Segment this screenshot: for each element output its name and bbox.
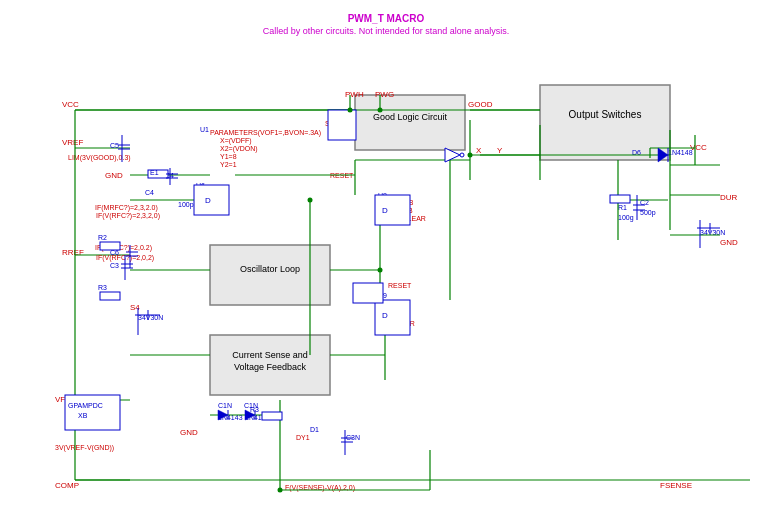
svg-text:Good Logic Circuit: Good Logic Circuit xyxy=(373,112,448,122)
svg-text:C1N: C1N xyxy=(218,402,232,409)
svg-text:PWM_T MACRO: PWM_T MACRO xyxy=(348,13,425,24)
svg-text:RESET: RESET xyxy=(388,282,412,289)
svg-text:GOOD: GOOD xyxy=(468,100,493,109)
svg-rect-172 xyxy=(100,292,120,300)
svg-rect-131 xyxy=(375,195,410,225)
svg-point-164 xyxy=(378,268,383,273)
svg-text:X: X xyxy=(476,146,482,155)
svg-text:VREF: VREF xyxy=(62,138,83,147)
svg-rect-123 xyxy=(610,195,630,203)
svg-text:Y1=8: Y1=8 xyxy=(220,153,237,160)
svg-text:C4: C4 xyxy=(145,189,154,196)
svg-text:PWH: PWH xyxy=(345,90,364,99)
svg-point-128 xyxy=(460,153,464,157)
svg-text:VCC: VCC xyxy=(62,100,79,109)
svg-text:Output Switches: Output Switches xyxy=(569,109,642,120)
svg-text:PARAMETERS(VOF1=,BVON=.3A): PARAMETERS(VOF1=,BVON=.3A) xyxy=(210,129,321,137)
svg-text:S4: S4 xyxy=(130,303,140,312)
svg-text:DUR: DUR xyxy=(720,193,738,202)
svg-text:Voltage Feedback: Voltage Feedback xyxy=(234,362,307,372)
svg-text:X=(VDFF): X=(VDFF) xyxy=(220,137,252,145)
svg-text:R2: R2 xyxy=(98,234,107,241)
svg-text:D: D xyxy=(382,206,388,215)
svg-text:C3: C3 xyxy=(110,262,119,269)
svg-text:RREF: RREF xyxy=(62,248,84,257)
svg-text:100g: 100g xyxy=(618,214,634,222)
svg-text:E1: E1 xyxy=(150,169,159,176)
svg-text:XB: XB xyxy=(78,412,88,419)
svg-point-165 xyxy=(308,198,313,203)
svg-text:100p: 100p xyxy=(178,201,194,209)
svg-text:C5: C5 xyxy=(110,142,119,149)
svg-text:D1: D1 xyxy=(310,426,319,433)
svg-rect-7 xyxy=(210,245,330,305)
svg-text:Called by other circuits.  Not: Called by other circuits. Not intended f… xyxy=(263,26,510,36)
svg-rect-133 xyxy=(375,300,410,335)
svg-text:R3: R3 xyxy=(98,284,107,291)
svg-text:IF(MRFC?)=2,3,2.0): IF(MRFC?)=2,3,2.0) xyxy=(95,204,158,212)
svg-text:C6: C6 xyxy=(110,249,119,256)
svg-text:GPAMPDC: GPAMPDC xyxy=(68,402,103,409)
svg-text:IF(V(RFC?)=2,3,2,0): IF(V(RFC?)=2,3,2,0) xyxy=(96,212,160,220)
svg-point-161 xyxy=(348,108,353,113)
svg-text:PWG: PWG xyxy=(375,90,394,99)
svg-text:DY1: DY1 xyxy=(296,434,310,441)
svg-text:R1: R1 xyxy=(618,204,627,211)
svg-point-166 xyxy=(278,488,283,493)
svg-rect-136 xyxy=(328,110,356,140)
svg-text:Oscillator Loop: Oscillator Loop xyxy=(240,264,300,274)
svg-text:F(V(SENSE)-V(A),2,0): F(V(SENSE)-V(A),2,0) xyxy=(285,484,355,492)
svg-text:Current Sense and: Current Sense and xyxy=(232,350,308,360)
schematic-canvas: PWM_T MACRO Called by other circuits. No… xyxy=(0,0,772,516)
svg-point-162 xyxy=(378,108,383,113)
svg-text:C1N: C1N xyxy=(244,402,258,409)
svg-rect-145 xyxy=(65,395,120,430)
svg-point-163 xyxy=(468,153,473,158)
svg-rect-152 xyxy=(262,412,282,420)
svg-text:GND: GND xyxy=(720,238,738,247)
svg-text:D: D xyxy=(382,311,388,320)
svg-text:3V(VREF-V(GND)): 3V(VREF-V(GND)) xyxy=(55,444,114,452)
svg-rect-5 xyxy=(355,95,465,150)
svg-text:LIM(3V(GOOD),0.3): LIM(3V(GOOD),0.3) xyxy=(68,154,131,162)
svg-text:COMP: COMP xyxy=(55,481,79,490)
svg-rect-129 xyxy=(194,185,229,215)
svg-text:FSENSE: FSENSE xyxy=(660,481,692,490)
svg-text:GND: GND xyxy=(180,428,198,437)
svg-text:Y: Y xyxy=(497,146,503,155)
svg-text:X2=(VDON): X2=(VDON) xyxy=(220,145,258,153)
svg-text:Y2=1: Y2=1 xyxy=(220,161,237,168)
svg-text:1N4148: 1N4148 xyxy=(668,149,693,156)
svg-text:U1: U1 xyxy=(200,126,209,133)
svg-rect-135 xyxy=(353,283,383,303)
svg-text:GND: GND xyxy=(105,171,123,180)
svg-text:D: D xyxy=(205,196,211,205)
